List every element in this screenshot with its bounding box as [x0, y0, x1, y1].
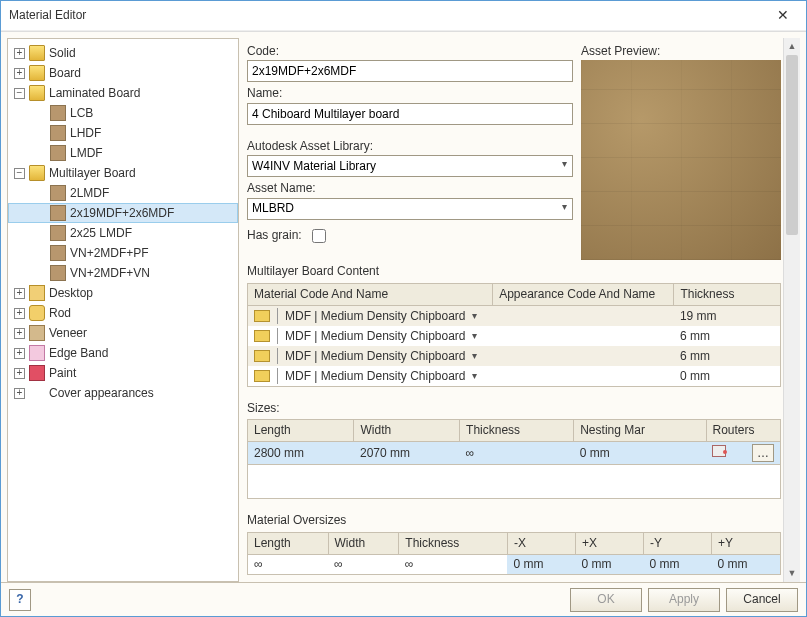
collapse-icon[interactable]: − — [14, 88, 25, 99]
scroll-down-icon[interactable]: ▼ — [784, 565, 800, 582]
content-row[interactable]: MDF | Medium Density Chipboard ▾19 mm — [248, 305, 781, 326]
expand-icon[interactable]: + — [14, 308, 25, 319]
tree-item-2x19mdf-2x6mdf[interactable]: 2x19MDF+2x6MDF — [8, 203, 238, 223]
ov-thk-h[interactable]: Thickness — [399, 532, 508, 554]
ov-mx[interactable]: 0 mm — [507, 554, 575, 574]
tree-item-vn-2mdf-pf[interactable]: VN+2MDF+PF — [8, 243, 238, 263]
tree-item-label: Laminated Board — [49, 86, 140, 100]
tree-item-veneer[interactable]: +Veneer — [8, 323, 238, 343]
col-appearance[interactable]: Appearance Code And Name — [493, 283, 674, 305]
size-thk[interactable]: ∞ — [460, 442, 574, 465]
ov-my[interactable]: 0 mm — [644, 554, 712, 574]
content-material-cell[interactable]: MDF | Medium Density Chipboard ▾ — [248, 326, 493, 346]
has-grain-checkbox[interactable] — [312, 229, 326, 243]
tree-item-laminated-board[interactable]: −Laminated Board — [8, 83, 238, 103]
code-input[interactable] — [247, 60, 573, 82]
content-row[interactable]: MDF | Medium Density Chipboard ▾6 mm — [248, 326, 781, 346]
tree-item-lcb[interactable]: LCB — [8, 103, 238, 123]
content-material-cell[interactable]: MDF | Medium Density Chipboard ▾ — [248, 305, 493, 326]
name-input[interactable] — [247, 103, 573, 125]
ov-px[interactable]: 0 mm — [575, 554, 643, 574]
tree-item-vn-2mdf-vn[interactable]: VN+2MDF+VN — [8, 263, 238, 283]
chevron-down-icon[interactable]: ▾ — [472, 310, 477, 322]
col-routers[interactable]: Routers — [706, 420, 781, 442]
tree-item-cover-appearances[interactable]: +Cover appearances — [8, 383, 238, 403]
ov-my-h[interactable]: -Y — [644, 532, 712, 554]
tree-item-lmdf[interactable]: LMDF — [8, 143, 238, 163]
col-thk[interactable]: Thickness — [460, 420, 574, 442]
content-thickness-cell[interactable]: 0 mm — [674, 366, 781, 387]
close-button[interactable]: ✕ — [760, 1, 806, 31]
expand-icon[interactable]: + — [14, 68, 25, 79]
ov-py[interactable]: 0 mm — [712, 554, 781, 574]
tree-item-desktop[interactable]: +Desktop — [8, 283, 238, 303]
collapse-icon[interactable]: − — [14, 168, 25, 179]
col-thickness[interactable]: Thickness — [674, 283, 781, 305]
material-tree[interactable]: +Solid+Board−Laminated BoardLCBLHDFLMDF−… — [7, 38, 239, 582]
vertical-scrollbar[interactable]: ▲ ▼ — [783, 38, 800, 582]
tree-item-rod[interactable]: +Rod — [8, 303, 238, 323]
tree-item-board[interactable]: +Board — [8, 63, 238, 83]
asset-lib-select[interactable]: W4INV Material Library — [247, 155, 573, 177]
content-row[interactable]: MDF | Medium Density Chipboard ▾0 mm — [248, 366, 781, 387]
tree-item-lhdf[interactable]: LHDF — [8, 123, 238, 143]
asset-name-select[interactable]: MLBRD — [247, 198, 573, 220]
ok-button[interactable]: OK — [570, 588, 642, 612]
content-appearance-cell[interactable] — [493, 305, 674, 326]
size-length[interactable]: 2800 mm — [248, 442, 354, 465]
content-appearance-cell[interactable] — [493, 346, 674, 366]
tree-item-2x25-lmdf[interactable]: 2x25 LMDF — [8, 223, 238, 243]
col-material[interactable]: Material Code And Name — [248, 283, 493, 305]
content-row[interactable]: MDF | Medium Density Chipboard ▾6 mm — [248, 346, 781, 366]
sizes-table[interactable]: Length Width Thickness Nesting Mar Route… — [247, 419, 781, 499]
col-width[interactable]: Width — [354, 420, 460, 442]
scroll-up-icon[interactable]: ▲ — [784, 38, 800, 55]
expand-icon[interactable]: + — [14, 368, 25, 379]
col-length[interactable]: Length — [248, 420, 354, 442]
size-width[interactable]: 2070 mm — [354, 442, 460, 465]
content-thickness-cell[interactable]: 19 mm — [674, 305, 781, 326]
expand-icon[interactable]: + — [14, 328, 25, 339]
expand-icon[interactable]: + — [14, 388, 25, 399]
cancel-button[interactable]: Cancel — [726, 588, 798, 612]
chevron-down-icon[interactable]: ▾ — [472, 350, 477, 362]
ov-width[interactable]: ∞ — [328, 554, 399, 574]
expand-icon[interactable]: + — [14, 348, 25, 359]
chevron-down-icon[interactable]: ▾ — [472, 370, 477, 382]
content-material-cell[interactable]: MDF | Medium Density Chipboard ▾ — [248, 346, 493, 366]
ov-mx-h[interactable]: -X — [507, 532, 575, 554]
content-appearance-cell[interactable] — [493, 326, 674, 346]
tree-item-edge-band[interactable]: +Edge Band — [8, 343, 238, 363]
content-thickness-cell[interactable]: 6 mm — [674, 326, 781, 346]
content-table[interactable]: Material Code And Name Appearance Code A… — [247, 283, 781, 387]
ov-length-h[interactable]: Length — [248, 532, 329, 554]
oversize-row[interactable]: ∞ ∞ ∞ 0 mm 0 mm 0 mm 0 mm — [248, 554, 781, 574]
chevron-down-icon[interactable]: ▾ — [472, 330, 477, 342]
tree-item-2lmdf[interactable]: 2LMDF — [8, 183, 238, 203]
size-nesting[interactable]: 0 mm — [574, 442, 706, 465]
tree-item-solid[interactable]: +Solid — [8, 43, 238, 63]
ov-py-h[interactable]: +Y — [712, 532, 781, 554]
content-material-cell[interactable]: MDF | Medium Density Chipboard ▾ — [248, 366, 493, 387]
content-thickness-cell[interactable]: 6 mm — [674, 346, 781, 366]
ov-length[interactable]: ∞ — [248, 554, 329, 574]
tree-item-multilayer-board[interactable]: −Multilayer Board — [8, 163, 238, 183]
right-panel: Code: Name: Autodesk Asset Library: W4IN… — [245, 38, 800, 582]
scroll-thumb[interactable] — [786, 55, 798, 235]
oversize-table[interactable]: Length Width Thickness -X +X -Y +Y ∞ ∞ ∞ — [247, 532, 781, 575]
size-router-ellipsis-cell[interactable]: … — [746, 442, 781, 465]
ov-width-h[interactable]: Width — [328, 532, 399, 554]
content-appearance-cell[interactable] — [493, 366, 674, 387]
help-button[interactable]: ? — [9, 589, 31, 611]
ellipsis-button[interactable]: … — [752, 444, 774, 462]
ov-thk[interactable]: ∞ — [399, 554, 508, 574]
expand-icon[interactable]: + — [14, 288, 25, 299]
sizes-row[interactable]: 2800 mm 2070 mm ∞ 0 mm … — [248, 442, 781, 465]
size-router-icon-cell[interactable] — [706, 442, 746, 465]
material-icon — [254, 330, 270, 342]
tree-item-paint[interactable]: +Paint — [8, 363, 238, 383]
col-nesting[interactable]: Nesting Mar — [574, 420, 706, 442]
expand-icon[interactable]: + — [14, 48, 25, 59]
ov-px-h[interactable]: +X — [575, 532, 643, 554]
apply-button[interactable]: Apply — [648, 588, 720, 612]
